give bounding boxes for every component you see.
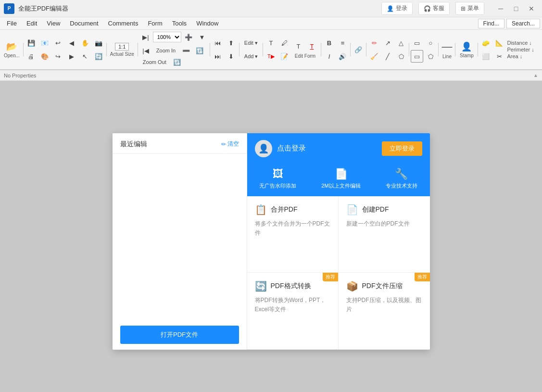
next-button[interactable]: ▶: [65, 50, 78, 63]
speaker-button[interactable]: 🔊: [336, 50, 349, 63]
separator: [409, 43, 409, 56]
italic-button[interactable]: I: [323, 50, 335, 63]
distance-label[interactable]: Distance ↓: [507, 40, 534, 46]
rect2-button[interactable]: ▭: [411, 50, 423, 63]
stamp-group[interactable]: 👤 Stamp: [457, 36, 476, 63]
pentagon-button[interactable]: ⬠: [424, 50, 437, 63]
polygon-button[interactable]: △: [395, 37, 407, 49]
menu-comments[interactable]: Comments: [103, 18, 143, 28]
add-dropdown-button[interactable]: Add ▾: [241, 50, 262, 63]
menu-file[interactable]: File: [2, 18, 22, 28]
cursor-button[interactable]: ↖: [79, 50, 91, 63]
menu-button[interactable]: ⊞ 菜单: [455, 2, 484, 15]
align-button[interactable]: ≡: [336, 37, 349, 49]
grid-icon: ⊞: [461, 5, 466, 12]
undo-button[interactable]: ↩: [52, 37, 64, 49]
open-pdf-button[interactable]: 打开PDF文件: [120, 326, 239, 344]
clear-button[interactable]: ✏ 清空: [221, 140, 239, 148]
find-button[interactable]: Find...: [478, 19, 504, 28]
bold-button[interactable]: B: [323, 37, 335, 49]
merge-pdf-desc: 将多个文件合并为一个PDF文件: [255, 219, 330, 238]
crop-button[interactable]: ✂: [493, 50, 505, 63]
eraser-button[interactable]: 🧹: [368, 50, 380, 63]
separator: [138, 43, 138, 56]
maximize-button[interactable]: □: [509, 3, 523, 14]
arrow-button[interactable]: ↗: [381, 37, 394, 49]
merge-icon: 📋: [255, 204, 267, 215]
first-page-button[interactable]: ⏮: [212, 37, 224, 49]
zoom-arrow[interactable]: ▼: [196, 31, 208, 43]
compress-icon: 📦: [346, 280, 358, 292]
link-button[interactable]: 🔗: [352, 43, 365, 56]
highlight-button[interactable]: 🖊: [278, 37, 290, 49]
menu-tools[interactable]: Tools: [167, 18, 191, 28]
zoom-minus-button[interactable]: ➖: [180, 44, 192, 57]
correct-button[interactable]: 🧽: [479, 37, 492, 49]
hand-button[interactable]: ✋: [79, 37, 91, 49]
convert-pdf-card[interactable]: 推荐 🔄 PDF格式转换 将PDF转换为Word，PPT，Excel等文件: [247, 273, 339, 350]
rect-button[interactable]: ▭: [411, 37, 423, 49]
text-edit-button[interactable]: T: [292, 40, 304, 52]
perimeter-label[interactable]: Perimeter ↓: [507, 47, 534, 52]
area-label[interactable]: Area ↓: [507, 53, 534, 59]
zoom-refresh-button[interactable]: 🔃: [193, 44, 206, 57]
clear-icon: ✏: [221, 141, 226, 148]
color-button[interactable]: 🎨: [38, 50, 51, 63]
convert-icon: 🔄: [255, 280, 267, 292]
save-button[interactable]: 💾: [25, 37, 38, 49]
edit-form-group[interactable]: T T Edit Form: [290, 39, 319, 60]
line-draw-button[interactable]: ╱: [381, 50, 394, 63]
login-button[interactable]: 👤 登录: [381, 2, 413, 15]
login-now-button[interactable]: 立即登录: [382, 141, 422, 156]
menu-form[interactable]: Form: [143, 18, 167, 28]
prev-button[interactable]: ◀: [65, 37, 78, 49]
create-pdf-card[interactable]: 📄 创建PDF 新建一个空白的PDF文件: [339, 196, 430, 273]
zoom-in-button[interactable]: Zoom In: [153, 44, 179, 57]
app-logo: P: [4, 3, 14, 14]
redo-button[interactable]: ↪: [52, 50, 64, 63]
email-button[interactable]: 📧: [38, 37, 51, 49]
search-button[interactable]: Search...: [506, 19, 540, 28]
menu-window[interactable]: Window: [191, 18, 223, 28]
prev-page-button[interactable]: ⬆: [225, 37, 238, 49]
close-button[interactable]: ✕: [525, 3, 538, 14]
actual-size-label: Actual Size: [110, 51, 134, 57]
menu-bar: File Edit View Document Comments Form To…: [0, 17, 542, 30]
next-page-button[interactable]: ⬇: [225, 50, 238, 63]
zoom-add-button[interactable]: ➕: [182, 31, 195, 43]
open-button[interactable]: 📂 Open...: [2, 36, 22, 63]
line-label: Line: [442, 54, 452, 59]
zoom-out-button[interactable]: Zoom Out: [139, 56, 170, 68]
text-select-button[interactable]: T▶: [265, 50, 277, 63]
page-fit-button[interactable]: 1:1: [115, 43, 129, 51]
zoom-refresh2-button[interactable]: 🔃: [171, 56, 183, 68]
line-group[interactable]: — Line: [440, 40, 454, 59]
text-tool-button[interactable]: T: [265, 37, 277, 49]
menu-view[interactable]: View: [42, 18, 65, 28]
merge-pdf-card[interactable]: 📋 合并PDF 将多个文件合并为一个PDF文件: [247, 196, 339, 273]
text-format-button[interactable]: 📝: [278, 50, 290, 63]
collapse-arrow[interactable]: ▲: [533, 73, 538, 78]
measure-button[interactable]: 📐: [493, 37, 505, 49]
shape-button[interactable]: ⬠: [395, 50, 407, 63]
menu-edit[interactable]: Edit: [22, 18, 42, 28]
erase2-button[interactable]: ⬜: [479, 50, 492, 63]
zoom-select[interactable]: 100%75%50%150%200%: [153, 32, 181, 42]
underline-button[interactable]: T: [305, 40, 318, 52]
rotate-button[interactable]: 🔄: [92, 50, 105, 63]
pencil-button[interactable]: ✏: [368, 37, 380, 49]
service-button[interactable]: 🎧 客服: [418, 2, 450, 15]
menu-document[interactable]: Document: [65, 18, 103, 28]
circle-button[interactable]: ○: [424, 37, 437, 49]
compress-pdf-card[interactable]: 推荐 📦 PDF文件压缩 支持PDF压缩，以及视频、图片: [339, 273, 430, 350]
snapshot-button[interactable]: 📷: [92, 37, 105, 49]
recommend-badge-compress: 推荐: [415, 273, 430, 281]
zoom-out-page-button[interactable]: |◀: [139, 44, 152, 57]
separator: [239, 43, 239, 56]
zoom-in-page-button[interactable]: ▶|: [139, 31, 152, 43]
convert-pdf-desc: 将PDF转换为Word，PPT，Excel等文件: [255, 296, 330, 314]
print-button[interactable]: 🖨: [25, 50, 38, 63]
edit-dropdown-button[interactable]: Edit ▾: [241, 37, 262, 49]
minimize-button[interactable]: ─: [494, 3, 507, 14]
last-page-button[interactable]: ⏭: [212, 50, 224, 63]
